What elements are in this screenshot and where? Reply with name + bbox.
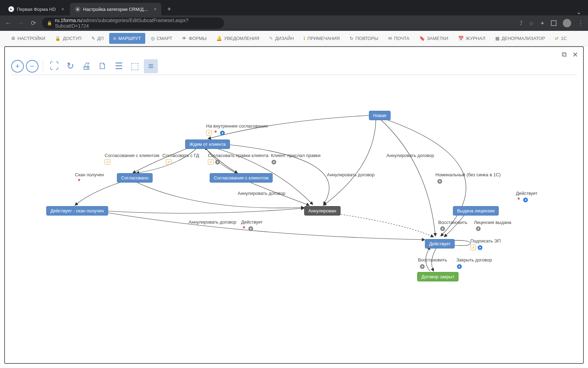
edge-label: Восстановить xyxy=(418,257,447,263)
bookmark-icon: 🔖 xyxy=(419,36,425,41)
node-soglasovano[interactable]: Согласовано xyxy=(117,173,153,183)
window-icon[interactable] xyxy=(551,20,556,26)
play-icon xyxy=(215,159,220,165)
nav-denorm[interactable]: ▦ДЕНОРМАЛИЗАТОР xyxy=(491,33,550,44)
play-icon xyxy=(437,178,442,184)
calendar-icon: 📅 xyxy=(458,36,464,41)
play-icon xyxy=(440,226,445,231)
required-icon: * xyxy=(241,226,247,231)
tab-title: Первая Форма HD xyxy=(17,7,56,12)
workflow-canvas[interactable]: Новая Ждем от клиента Согласовано Соглас… xyxy=(5,75,583,363)
mail-icon: ✉ xyxy=(388,36,392,41)
edge-label: Номинальный (без синка в 1С) xyxy=(435,172,500,177)
browser-tab[interactable]: ▶ Первая Форма HD × xyxy=(4,3,69,15)
nav-mail[interactable]: ✉ПОЧТА xyxy=(384,33,414,44)
node-vydacha[interactable]: Выдача лицензии xyxy=(453,206,499,216)
edge-label: Аннулировать договор xyxy=(327,172,374,177)
nav-settings[interactable]: ⚙НАСТРОЙКИ xyxy=(7,33,49,44)
nav-smart[interactable]: ◎СМАРТ xyxy=(147,33,177,44)
zoom-in-button[interactable]: + xyxy=(11,60,24,73)
required-icon: * xyxy=(516,197,522,203)
node-zakryt[interactable]: Договор закрыт xyxy=(417,272,458,281)
edge-label: На внутреннее согласование xyxy=(206,123,268,129)
edge-label: Действует xyxy=(241,219,262,225)
layout-button[interactable]: ⬚ xyxy=(128,59,142,73)
edge-label: Согласовать с ГД xyxy=(162,153,199,158)
canvas-toolbar: + − ⛶ ↻ 🖨 🗋 ☰ ⬚ ≡ xyxy=(11,57,577,75)
nav-journal[interactable]: 📅ЖУРНАЛ xyxy=(454,33,490,44)
edge-label: Клиент прислал правки xyxy=(271,153,321,158)
edge-label: Действует xyxy=(516,191,537,196)
reload-icon[interactable]: ⟳ xyxy=(29,19,37,27)
node-deistvuet[interactable]: Действует xyxy=(425,239,455,248)
required-icon: * xyxy=(213,130,218,136)
node-annulirovan[interactable]: Аннулирован xyxy=(304,206,341,216)
target-icon: ◎ xyxy=(151,36,155,41)
check-icon: ✓ xyxy=(105,159,110,165)
play-icon xyxy=(271,159,276,165)
node-zhdem[interactable]: Ждем от клиента xyxy=(185,139,230,149)
star-icon[interactable]: ☆ xyxy=(529,20,534,27)
back-icon[interactable]: ← xyxy=(4,20,12,27)
check-icon: ✓ xyxy=(206,130,212,136)
node-sogl-klient[interactable]: Согласование с клиентом xyxy=(210,173,273,183)
sync-icon: ⇄ xyxy=(555,36,559,41)
tab-title: Настройка категории CRM/Д… xyxy=(83,7,148,12)
fit-screen-button[interactable]: ⛶ xyxy=(47,59,61,73)
repeat-icon: ↻ xyxy=(350,36,354,41)
play-icon xyxy=(419,264,425,269)
list-add-button[interactable]: ☰ xyxy=(112,59,126,73)
avatar[interactable] xyxy=(563,19,571,27)
edge-label: Аннулировать договор xyxy=(238,191,285,196)
align-button[interactable]: ≡ xyxy=(144,59,158,73)
check-icon: ✓ xyxy=(470,245,476,250)
edge-label: Подписать ЭП xyxy=(470,238,501,244)
check-icon: ✓ xyxy=(166,159,172,165)
menu-icon[interactable]: ⋮ xyxy=(578,19,584,27)
eye-icon: 👁 xyxy=(182,36,187,41)
zoom-out-button[interactable]: − xyxy=(26,60,38,73)
tabs-dropdown-icon[interactable]: ⌄ xyxy=(576,9,581,15)
edge-label: Восстановить xyxy=(438,220,467,225)
nav-forms[interactable]: 👁ФОРМЫ xyxy=(178,33,211,44)
info-icon: ℹ xyxy=(303,36,305,41)
tab-favicon: ▶ xyxy=(8,6,14,12)
share-icon[interactable]: ⤴ xyxy=(520,20,523,26)
node-novaya[interactable]: Новая xyxy=(369,111,391,120)
check-icon: ✓ xyxy=(208,159,214,165)
nav-design[interactable]: ✎ДИЗАЙН xyxy=(265,33,298,44)
edge-label: Лицензия выдана xyxy=(474,220,511,225)
play-icon xyxy=(477,245,483,250)
app-nav: ⚙НАСТРОЙКИ 🔒ДОСТУП ✎ДП ⎋МАРШРУТ ◎СМАРТ 👁… xyxy=(0,31,588,46)
play-icon xyxy=(219,130,225,136)
new-tab-button[interactable]: + xyxy=(164,4,174,14)
nav-bookmarks[interactable]: 🔖ЗАМЕТКИ xyxy=(415,33,453,44)
new-doc-button[interactable]: 🗋 xyxy=(96,59,110,73)
browser-tab-active[interactable]: ◉ Настройка категории CRM/Д… × xyxy=(70,3,162,15)
close-icon[interactable]: × xyxy=(154,6,156,12)
close-icon[interactable]: × xyxy=(61,6,64,12)
nav-repeats[interactable]: ↻ПОВТОРЫ xyxy=(345,33,383,44)
nav-access[interactable]: 🔒ДОСТУП xyxy=(51,33,85,44)
print-button[interactable]: 🖨 xyxy=(79,59,93,73)
forward-icon[interactable]: → xyxy=(17,20,24,27)
extensions-icon[interactable]: ✦ xyxy=(540,20,545,27)
address-bar[interactable]: 🔒 ru.1forma.ru/admin/subcategories/EditS… xyxy=(42,18,224,29)
db-icon: ▦ xyxy=(495,36,499,41)
nav-notifications[interactable]: 🔔УВЕДОМЛЕНИЯ xyxy=(212,33,264,44)
edge-label: Аннулировать договор xyxy=(189,219,236,225)
edge-label: Согласование с клиентом xyxy=(105,153,159,158)
nav-1c[interactable]: ⇄1С xyxy=(551,33,571,44)
play-icon xyxy=(523,197,528,203)
lock-icon: 🔒 xyxy=(55,36,61,41)
refresh-button[interactable]: ↻ xyxy=(63,59,77,73)
nav-notes[interactable]: ℹПРИМЕЧАНИЯ xyxy=(299,33,344,44)
nav-dp[interactable]: ✎ДП xyxy=(87,33,108,44)
node-deistv-skan[interactable]: Действует - скан получен xyxy=(46,206,108,216)
edit-icon: ✎ xyxy=(91,36,95,41)
play-icon xyxy=(456,264,462,269)
url-host: ru.1forma.ru xyxy=(55,18,82,23)
edge-label: Аннулировать договор xyxy=(386,153,434,158)
nav-route[interactable]: ⎋МАРШРУТ xyxy=(109,33,145,44)
play-icon xyxy=(475,226,481,231)
